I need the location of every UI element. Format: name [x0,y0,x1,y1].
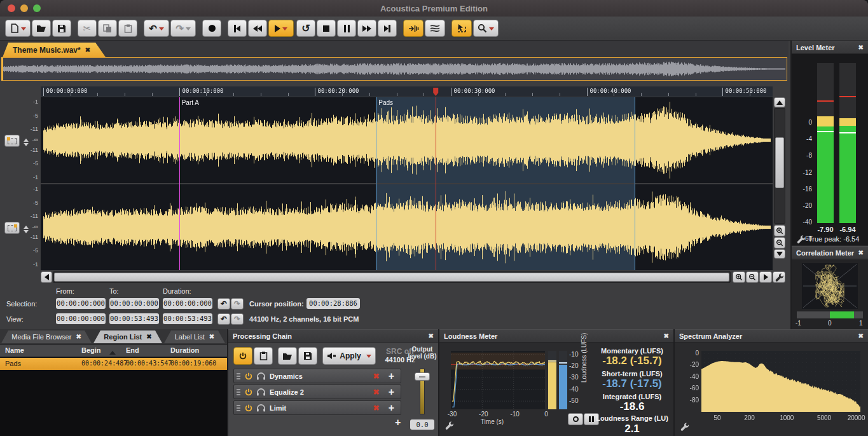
remove-effect-icon[interactable]: ✖ [373,404,380,412]
zoom-out-vertical-button[interactable] [774,237,785,249]
stop-button[interactable] [317,20,336,37]
col-duration[interactable]: Duration [170,346,199,354]
playback-cursor[interactable] [436,97,436,270]
headphones-icon[interactable] [256,372,266,380]
go-to-start-button[interactable] [228,20,247,37]
tab-close-icon[interactable]: ✖ [146,334,151,340]
horizontal-scrollbar-thumb[interactable] [54,273,729,282]
chain-open-button[interactable] [278,347,297,365]
overview-waveform[interactable] [1,57,787,81]
col-end[interactable]: End [126,346,139,354]
file-tab-close-icon[interactable]: ✖ [85,47,90,53]
remove-effect-icon[interactable]: ✖ [373,388,380,397]
channel-left-select-button[interactable] [4,135,20,147]
loudness-meter-close-icon[interactable]: ✖ [664,333,669,339]
play-button[interactable] [268,20,294,37]
spectrum-analyzer-close-icon[interactable]: ✖ [858,333,864,339]
drag-handle-icon[interactable] [237,405,240,411]
scroll-up-button[interactable] [774,97,785,107]
selection-right-edge[interactable] [635,97,635,270]
envelope-tool-button[interactable] [425,20,445,37]
cut-button[interactable]: ✂ [78,20,97,37]
selection-left-edge[interactable] [376,97,376,270]
tab-close-icon[interactable]: ✖ [76,334,81,340]
open-file-button[interactable] [32,20,51,37]
vertical-scrollbar[interactable] [774,108,785,224]
view-from-field[interactable]: 00:00:00:000 [56,313,106,324]
append-effect-icon[interactable]: + [395,417,401,428]
zoom-in-vertical-button[interactable] [774,225,785,236]
correlation-meter-close-icon[interactable]: ✖ [858,250,864,256]
headphones-icon[interactable] [256,388,266,396]
record-button[interactable] [202,20,221,37]
zoom-tool-button[interactable] [473,20,499,37]
spectrum-settings-button[interactable] [680,422,689,432]
label-line-part-a[interactable] [179,97,180,270]
copy-button[interactable] [98,20,117,37]
chain-paste-button[interactable] [254,347,273,365]
zoom-out-horizontal-button[interactable] [746,271,759,283]
selection-tool-button[interactable] [451,20,472,37]
tab-region-list[interactable]: Region List✖ [93,330,162,343]
tab-close-icon[interactable]: ✖ [209,334,214,340]
add-effect-icon[interactable]: + [389,371,394,382]
add-effect-icon[interactable]: + [389,386,394,398]
output-level-slider-handle[interactable] [415,372,430,381]
effect-row-dynamics[interactable]: Dynamics ✖ + [233,369,401,383]
scrub-mode-button[interactable] [403,20,424,37]
tab-label-list[interactable]: Label List✖ [164,330,225,343]
col-name[interactable]: Name [5,346,24,354]
col-begin[interactable]: Begin [81,346,101,354]
editor-settings-button[interactable] [773,271,785,283]
loudness-reset-button[interactable] [568,413,583,425]
headphones-icon[interactable] [256,404,266,412]
paste-button[interactable] [118,20,137,37]
scroll-right-button[interactable] [759,271,772,283]
waveform-channel-right[interactable] [41,184,773,270]
redo-button[interactable]: ↷ [170,20,196,37]
view-redo-button[interactable]: ↷ [231,313,244,325]
save-file-button[interactable] [52,20,71,37]
new-file-button[interactable] [5,20,31,37]
undo-button[interactable]: ↶ [144,20,169,37]
power-icon[interactable] [244,404,253,412]
scroll-left-button[interactable] [41,271,52,283]
selection-duration-field[interactable]: 00:00:00:000 [163,298,212,309]
selection-to-field[interactable]: 00:00:00:000 [109,298,159,309]
view-duration-field[interactable]: 00:00:53:493 [163,313,212,324]
scroll-down-button[interactable] [774,249,785,259]
drag-handle-icon[interactable] [237,373,240,379]
power-icon[interactable] [244,372,253,381]
waveform-channel-left[interactable] [41,97,773,183]
loudness-settings-button[interactable] [444,421,454,430]
chain-enable-button[interactable] [233,347,252,365]
add-effect-icon[interactable]: + [389,402,394,414]
power-icon[interactable] [244,388,253,397]
fast-forward-button[interactable] [357,20,376,37]
level-meter-close-icon[interactable]: ✖ [858,44,864,51]
go-to-end-button[interactable] [378,20,397,37]
loop-playback-button[interactable]: ↺ [296,20,315,37]
selection-redo-button[interactable]: ↷ [231,298,244,310]
tab-media-file-browser[interactable]: Media File Browser✖ [1,330,92,343]
vertical-scrollbar-thumb[interactable] [775,137,784,188]
apply-chain-button[interactable]: Apply [322,347,376,365]
output-level-value[interactable]: 0.0 [410,419,434,430]
remove-effect-icon[interactable]: ✖ [373,372,380,381]
processing-chain-close-icon[interactable]: ✖ [429,333,434,339]
selection-from-field[interactable]: 00:00:00:000 [56,298,106,309]
horizontal-scrollbar[interactable] [53,271,731,283]
rewind-button[interactable] [248,20,267,37]
drag-handle-icon[interactable] [237,389,240,395]
region-row-pads[interactable]: Pads 00:00:24:487 00:00:43:547 00:00:19:… [0,358,227,370]
selection-undo-button[interactable]: ↶ [217,298,230,310]
file-tab[interactable]: Theme Music.wav* ✖ [3,43,106,57]
channel-right-select-button[interactable] [4,222,20,234]
effect-row-limit[interactable]: Limit ✖ + [233,400,401,415]
cursor-position-field[interactable]: 00:00:28:886 [307,298,360,309]
view-to-field[interactable]: 00:00:53:493 [109,313,159,324]
zoom-in-horizontal-button[interactable] [733,271,745,283]
time-ruler[interactable] [41,86,773,97]
chain-save-button[interactable] [298,347,317,365]
pause-button[interactable] [337,20,356,37]
